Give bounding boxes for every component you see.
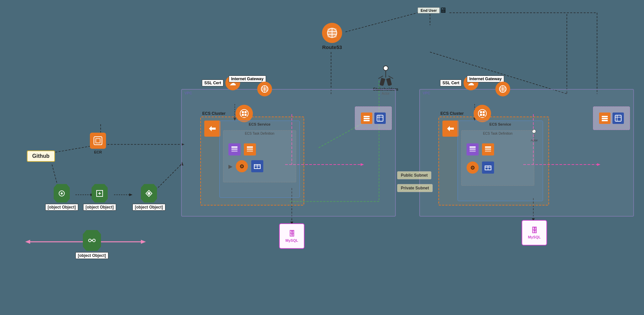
svg-rect-79 [470, 150, 476, 152]
svg-rect-65 [364, 120, 370, 121]
mysql1-icon: 🗄 [288, 230, 295, 238]
svg-rect-88 [602, 120, 608, 121]
code-deploy-label: [object Object] [132, 204, 165, 211]
svg-rect-75 [480, 114, 482, 116]
ecr-label: ECR [94, 150, 102, 154]
code-build-icon: [object Object] [83, 184, 116, 211]
ecs-task1-box: ECS Task Definition [223, 130, 296, 182]
mysql1-label: MySQL [285, 238, 298, 242]
code-deploy-icon: [object Object] [132, 184, 165, 211]
svg-rect-76 [483, 114, 485, 116]
ecs-cluster2-label: ECS Cluster [440, 111, 464, 116]
task-icon1 [228, 143, 240, 155]
ecs-task1-label: ECS Task Definition [245, 132, 274, 135]
task2-icon-container [482, 162, 494, 174]
ecs-cluster2-box: ECS Cluster ECS Service Actor ECS Tas [438, 117, 549, 206]
svg-rect-81 [485, 148, 491, 150]
task2-icon2 [482, 143, 494, 155]
lb2-icon2 [612, 113, 624, 124]
svg-rect-78 [470, 148, 476, 150]
internet-gw2-icon [495, 82, 510, 96]
task-icon-arrow: ▶ [228, 163, 232, 170]
svg-rect-51 [245, 111, 247, 113]
vpc1-label: VPC [184, 91, 192, 95]
lb2-icon1 [599, 113, 610, 124]
code-pipeline-img [83, 230, 101, 251]
task2-icon1 [467, 143, 479, 155]
diagram-container: End User 🖥 Route53 Stakeholders Act [0, 0, 644, 315]
github-label: Github [32, 153, 50, 159]
svg-rect-63 [364, 116, 370, 117]
svg-marker-36 [141, 240, 146, 244]
svg-rect-66 [377, 115, 383, 121]
end-user-box: End User [418, 7, 440, 13]
route53-icon: Route53 [322, 23, 342, 50]
ecs-service1-label: ECS Service [249, 122, 271, 126]
svg-point-100 [148, 192, 150, 195]
svg-line-4 [345, 13, 418, 32]
svg-rect-58 [247, 148, 253, 150]
ecs-cluster1-box: ECS Cluster ECS Service ECS Task Definit… [200, 117, 304, 206]
internet-gw1-icon [257, 82, 272, 96]
ecs-service2-label: ECS Service [489, 122, 511, 126]
svg-rect-77 [470, 146, 476, 148]
svg-rect-57 [247, 146, 253, 148]
ecs2-icon [442, 121, 459, 137]
vpc2-label: VPC [423, 91, 430, 95]
mysql1-box: 🗄 MySQL [279, 223, 305, 249]
code-commit-label: [object Object] [45, 204, 78, 211]
svg-rect-86 [602, 116, 608, 117]
svg-rect-87 [602, 118, 608, 119]
vpc1-box: VPC SSL Cert ☁ Internet Gateway [181, 89, 396, 217]
ecs-service1-box: ECS Service ECS Task Definition [219, 121, 300, 198]
svg-point-103 [93, 239, 95, 242]
code-commit-img [54, 184, 70, 203]
svg-rect-59 [247, 150, 253, 152]
task-icon-gear: ⚙ [236, 160, 248, 172]
code-commit-icon: [object Object] [45, 184, 78, 211]
svg-rect-53 [245, 114, 247, 116]
svg-rect-55 [231, 148, 237, 150]
mysql2-label: MySQL [528, 235, 541, 239]
internet-gw2-label: Internet Gateway [467, 76, 504, 82]
svg-marker-35 [25, 240, 30, 244]
route53-label: Route53 [322, 44, 342, 50]
lb1-box [355, 106, 392, 130]
ssl-cert2-label: SSL Cert [440, 80, 462, 86]
end-user-label: End User [421, 8, 437, 12]
svg-rect-54 [231, 146, 237, 148]
svg-rect-82 [485, 150, 491, 152]
lb1-icon2 [374, 113, 386, 124]
internet-gw1-label: Internet Gateway [229, 76, 266, 82]
mysql2-box: 🗄 MySQL [522, 220, 547, 245]
task-icon-container [251, 160, 263, 172]
github-box: Github [27, 150, 55, 162]
lb1-icon1 [361, 113, 372, 124]
svg-rect-50 [242, 111, 244, 113]
code-deploy-img [141, 184, 157, 203]
svg-rect-89 [615, 115, 621, 121]
ecs-task2-label: ECS Task Definition [483, 132, 513, 135]
svg-point-96 [61, 192, 63, 194]
svg-rect-80 [485, 146, 491, 148]
code-pipeline-icon: [object Object] [75, 230, 108, 259]
lb2-box [593, 106, 630, 130]
svg-marker-27 [129, 193, 132, 196]
svg-rect-94 [96, 139, 100, 142]
svg-rect-52 [242, 114, 244, 116]
task2-icon-gear: ⚙ [467, 162, 479, 174]
svg-point-102 [89, 239, 91, 242]
svg-rect-73 [480, 111, 482, 113]
code-build-label: [object Object] [83, 204, 116, 211]
svg-rect-64 [364, 118, 370, 119]
ecs-service2-box: ECS Service Actor ECS Task Definition [458, 121, 543, 201]
code-build-img [92, 184, 108, 203]
public-subnet-label: Public Subnet [397, 171, 431, 179]
ecr-icon-img [90, 133, 106, 149]
ssl-cert1-label: SSL Cert [202, 80, 223, 86]
ecs1-icon [204, 121, 220, 137]
svg-rect-74 [483, 111, 485, 113]
task-icon2 [244, 143, 256, 155]
code-pipeline-label: [object Object] [75, 252, 108, 259]
private-subnet-label: Private Subnet [397, 184, 433, 192]
